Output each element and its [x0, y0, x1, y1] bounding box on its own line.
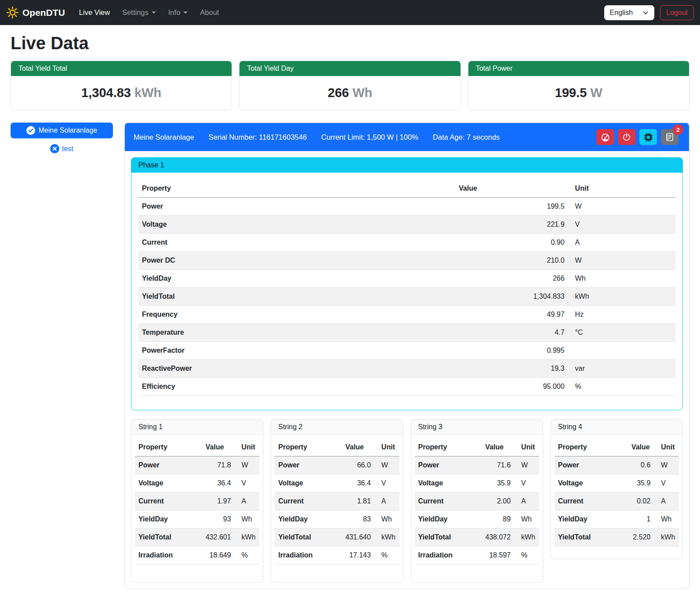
- table-row: YieldTotal 431.640 kWh: [275, 528, 399, 546]
- brand-label: OpenDTU: [22, 7, 65, 18]
- row-value: 266: [455, 270, 568, 288]
- row-value: 95.000: [455, 378, 568, 396]
- table-row: Voltage 36.4 V: [135, 474, 259, 492]
- string-card-4: String 4 Property Value Unit: [551, 419, 683, 559]
- row-value: 71.6: [482, 456, 514, 474]
- row-property: YieldTotal: [275, 528, 342, 546]
- device-info-button[interactable]: [639, 129, 657, 145]
- string-card-1: String 1 Property Value Unit: [131, 419, 263, 583]
- row-value: 17.143: [342, 546, 374, 564]
- row-unit: %: [235, 546, 260, 564]
- column-unit: Unit: [654, 438, 679, 456]
- nav-item-about[interactable]: About: [194, 5, 225, 20]
- summary-card: Total Yield Total 1,304.83kWh: [11, 61, 232, 110]
- table-header-row: Property Value Unit: [275, 438, 399, 456]
- row-unit: kWh: [568, 288, 675, 306]
- navbar: OpenDTU Live View Settings Info About En…: [0, 0, 700, 25]
- row-property: YieldTotal: [135, 528, 202, 546]
- summary-card-body: 199.5W: [468, 76, 689, 110]
- row-value: 432.601: [202, 528, 235, 546]
- row-unit: %: [374, 546, 399, 564]
- string-table: Property Value Unit: [415, 438, 539, 564]
- navbar-right: English Logout: [604, 5, 694, 20]
- row-property: Power: [555, 456, 628, 474]
- row-unit: A: [568, 234, 675, 252]
- event-log-button[interactable]: 2: [661, 129, 678, 145]
- row-property: Current: [275, 492, 342, 510]
- row-value: 49.97: [455, 306, 568, 324]
- row-property: ReactivePower: [138, 360, 455, 378]
- column-property: Property: [135, 438, 202, 456]
- string-card-title: String 4: [551, 420, 682, 435]
- power-button[interactable]: [618, 129, 635, 145]
- row-value: 0.02: [628, 492, 654, 510]
- inverter-name: Meine Solaranlage: [134, 133, 194, 141]
- row-value: 1,304.833: [455, 288, 568, 306]
- table-row: YieldDay 1 Wh: [555, 510, 679, 528]
- column-value: Value: [628, 438, 654, 456]
- table-row: Current 2.00 A: [415, 492, 539, 510]
- row-value: 35.9: [482, 474, 514, 492]
- sidebar-item-test[interactable]: test: [11, 144, 113, 153]
- row-unit: kWh: [654, 528, 679, 546]
- table-row: YieldTotal 438.072 kWh: [415, 528, 539, 546]
- row-property: YieldDay: [138, 270, 455, 288]
- table-row: ReactivePower 19.3 var: [138, 360, 675, 378]
- table-row: YieldDay 89 Wh: [415, 510, 539, 528]
- phase-table: Property Value Unit Power: [138, 180, 675, 396]
- table-row: Current 0.90 A: [138, 234, 675, 252]
- nav-links: Live View Settings Info About: [73, 5, 225, 20]
- row-property: YieldTotal: [555, 528, 628, 546]
- row-value: 66.0: [342, 456, 374, 474]
- row-unit: var: [568, 360, 675, 378]
- row-value: 71.8: [202, 456, 235, 474]
- inverter-limit: Current Limit: 1,500 W | 100%: [321, 133, 418, 141]
- language-select[interactable]: English: [604, 5, 654, 20]
- row-property: Current: [138, 234, 455, 252]
- sidebar-item-meine-solaranlage[interactable]: Meine Solaranlage: [11, 123, 113, 138]
- row-property: Voltage: [555, 474, 628, 492]
- table-row: PowerFactor 0.995: [138, 342, 675, 360]
- inverter-sidebar: Meine Solaranlage test: [11, 123, 113, 153]
- row-unit: Wh: [235, 510, 260, 528]
- row-value: 199.5: [455, 198, 568, 216]
- nav-item-live-view[interactable]: Live View: [73, 5, 116, 20]
- chevron-down-icon: [642, 10, 649, 16]
- table-row: Power 66.0 W: [275, 456, 399, 474]
- row-property: Power DC: [138, 252, 455, 270]
- row-unit: Wh: [374, 510, 399, 528]
- row-property: Irradiation: [415, 546, 482, 564]
- summary-cards: Total Yield Total 1,304.83kWh Total Yiel…: [11, 61, 689, 110]
- phase-card-title: Phase 1: [131, 158, 682, 173]
- table-row: Voltage 221.9 V: [138, 216, 675, 234]
- sidebar-item-label: test: [62, 145, 73, 153]
- row-property: Irradiation: [135, 546, 202, 564]
- row-unit: °C: [568, 324, 675, 342]
- row-unit: %: [514, 546, 539, 564]
- row-property: Power: [135, 456, 202, 474]
- brand[interactable]: OpenDTU: [6, 6, 65, 19]
- string-card-3: String 3 Property Value Unit: [411, 419, 543, 583]
- row-unit: V: [514, 474, 539, 492]
- nav-item-info-label: Info: [168, 8, 181, 17]
- row-unit: W: [568, 198, 675, 216]
- column-unit: Unit: [568, 180, 675, 198]
- row-unit: V: [235, 474, 260, 492]
- table-row: YieldTotal 2.520 kWh: [555, 528, 679, 546]
- row-value: 221.9: [455, 216, 568, 234]
- row-unit: Wh: [654, 510, 679, 528]
- column-value: Value: [342, 438, 374, 456]
- row-value: 1: [628, 510, 654, 528]
- summary-card-value: 199.5: [555, 86, 587, 100]
- journal-icon: [665, 133, 674, 141]
- row-property: YieldDay: [415, 510, 482, 528]
- logout-button[interactable]: Logout: [660, 5, 694, 20]
- nav-item-settings[interactable]: Settings: [116, 5, 162, 20]
- table-row: Power 199.5 W: [138, 198, 675, 216]
- row-property: YieldTotal: [415, 528, 482, 546]
- limit-settings-button[interactable]: [596, 129, 614, 145]
- table-header-row: Property Value Unit: [135, 438, 259, 456]
- nav-item-info[interactable]: Info: [162, 5, 194, 20]
- chevron-down-icon: [183, 11, 188, 14]
- phase-card: Phase 1 Property Value Unit: [131, 157, 683, 410]
